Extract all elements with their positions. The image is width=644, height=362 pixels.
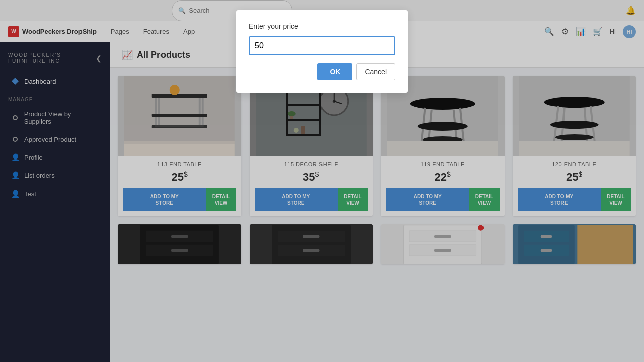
price-input[interactable] <box>249 36 395 55</box>
modal-label: Enter your price <box>249 22 395 30</box>
price-modal: Enter your price OK Cancel <box>236 10 408 93</box>
ok-button[interactable]: OK <box>317 63 352 80</box>
modal-overlay: Enter your price OK Cancel <box>0 0 644 362</box>
cancel-button[interactable]: Cancel <box>356 63 395 80</box>
modal-actions: OK Cancel <box>249 63 395 80</box>
